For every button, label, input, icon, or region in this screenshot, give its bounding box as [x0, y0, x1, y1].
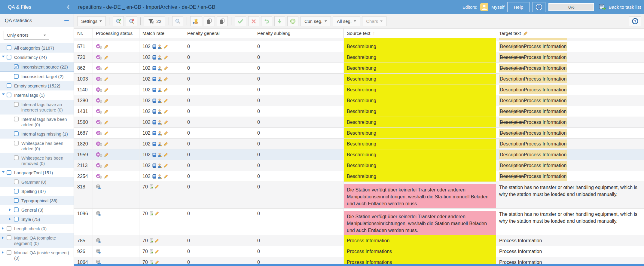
- target-text-cell[interactable]: Process Information: [496, 235, 644, 246]
- zoom-in-button[interactable]: [113, 16, 124, 26]
- source-text-cell[interactable]: Beschreibung: [344, 128, 496, 138]
- source-text-cell[interactable]: Beschreibung: [344, 160, 496, 171]
- table-row[interactable]: 10647000Prozess InformationsProcess Info…: [74, 257, 644, 264]
- checkbox[interactable]: [7, 93, 11, 97]
- column-header-penalty-general[interactable]: Penalty general: [184, 29, 254, 38]
- checkbox[interactable]: [14, 179, 19, 184]
- cur-seg-dropdown[interactable]: Cur. seg.: [301, 16, 331, 26]
- zoom-out-button[interactable]: [126, 16, 137, 26]
- tree-item[interactable]: Spelling (37): [0, 187, 74, 196]
- triangle-expanded-icon[interactable]: [2, 171, 7, 173]
- tree-item[interactable]: Whitespace has been removed (0): [0, 153, 74, 168]
- checkbox[interactable]: [7, 250, 11, 255]
- tree-item[interactable]: General (3): [0, 205, 74, 215]
- target-text-cell[interactable]: DescriptionProcess Information: [496, 149, 644, 160]
- table-row[interactable]: 9267000Process InformationsProcess Infor…: [74, 246, 644, 257]
- source-text-cell[interactable]: Beschreibung: [344, 139, 496, 149]
- source-text-cell[interactable]: Process Information: [344, 235, 496, 246]
- source-text-cell[interactable]: Beschreibung: [344, 38, 496, 41]
- target-text-cell[interactable]: Process Information: [496, 257, 644, 264]
- table-row[interactable]: 72010200BeschreibungDescriptionProcess I…: [74, 52, 644, 63]
- tree-item[interactable]: Grammar (0): [0, 177, 74, 187]
- source-text-cell[interactable]: Prozess Informations: [344, 257, 496, 264]
- checkbox[interactable]: [7, 235, 11, 240]
- target-text-cell[interactable]: DescriptionProcess Information: [496, 41, 644, 52]
- table-row[interactable]: 211310200BeschreibungDescriptionProcess …: [74, 160, 644, 171]
- collapse-panel-icon[interactable]: [67, 5, 70, 9]
- add-button[interactable]: [287, 16, 298, 26]
- column-header-processing-status[interactable]: Processing status: [93, 29, 139, 38]
- column-header-nr[interactable]: Nr.: [74, 29, 93, 38]
- back-to-task-list-button[interactable]: Back to task list: [597, 4, 641, 10]
- source-text-cell[interactable]: Die Station verfügt über keinerlei Trans…: [344, 209, 496, 235]
- reject-button[interactable]: [248, 16, 259, 26]
- source-text-cell[interactable]: Beschreibung: [344, 149, 496, 160]
- target-text-cell[interactable]: DescriptionProcess Information: [496, 171, 644, 182]
- triangle-collapsed-icon[interactable]: [9, 218, 14, 221]
- filter-button[interactable]: 22: [144, 16, 165, 26]
- tree-item[interactable]: Internal tags have an incorrect structur…: [0, 100, 74, 115]
- target-text-cell[interactable]: DescriptionProcess Information: [496, 74, 644, 84]
- table-row[interactable]: 57110200BeschreibungDescriptionProcess I…: [74, 41, 644, 52]
- chars-dropdown[interactable]: Chars: [362, 16, 386, 26]
- checkbox-checked[interactable]: [14, 64, 19, 69]
- triangle-collapsed-icon[interactable]: [9, 208, 14, 211]
- tree-item[interactable]: Consistency (24): [0, 53, 74, 62]
- source-text-cell[interactable]: Beschreibung: [344, 84, 496, 95]
- table-row[interactable]: 195910200BeschreibungDescriptionProcess …: [74, 149, 644, 160]
- target-text-cell[interactable]: DescriptionProcess Information: [496, 106, 644, 117]
- source-text-cell[interactable]: Beschreibung: [344, 95, 496, 106]
- target-text-cell[interactable]: DescriptionProcess Information: [496, 117, 644, 127]
- source-text-cell[interactable]: Beschreibung: [344, 74, 496, 84]
- table-row[interactable]: 44010200BeschreibungDescriptionProcess I…: [74, 38, 644, 41]
- target-text-cell[interactable]: The station has no transfer or other han…: [496, 209, 644, 235]
- table-row[interactable]: 7857000Process InformationProcess Inform…: [74, 235, 644, 246]
- target-text-cell[interactable]: DescriptionProcess Information: [496, 84, 644, 95]
- all-seg-dropdown[interactable]: All seg.: [333, 16, 360, 26]
- help-circle-button[interactable]: ?: [629, 16, 641, 26]
- table-row[interactable]: 143110200BeschreibungDescriptionProcess …: [74, 106, 644, 117]
- source-text-cell[interactable]: Beschreibung: [344, 63, 496, 73]
- triangle-collapsed-icon[interactable]: [2, 227, 7, 230]
- tree-item[interactable]: Internal tags (1): [0, 90, 74, 100]
- source-text-cell[interactable]: Beschreibung: [344, 41, 496, 52]
- tree-item[interactable]: LanguageTool (151): [0, 168, 74, 177]
- source-text-cell[interactable]: Die Station verfügt über keinerlei Trans…: [344, 182, 496, 208]
- tree-item[interactable]: Manual QA (complete segment) (0): [0, 233, 74, 248]
- checkbox[interactable]: [14, 141, 19, 145]
- settings-button[interactable]: Settings: [77, 16, 106, 26]
- checkbox[interactable]: [7, 226, 11, 231]
- checkbox[interactable]: [7, 83, 11, 88]
- target-text-cell[interactable]: DescriptionProcess Information: [496, 52, 644, 63]
- target-text-cell[interactable]: DescriptionProcess Information: [496, 95, 644, 106]
- confirm-button[interactable]: [235, 16, 246, 26]
- copy-all-button[interactable]: [217, 16, 228, 26]
- tree-item[interactable]: Internal tags have been added (0): [0, 115, 74, 129]
- target-text-cell[interactable]: DescriptionProcess Information: [496, 63, 644, 73]
- checkbox[interactable]: [14, 189, 19, 194]
- checkbox[interactable]: [14, 207, 19, 212]
- checkbox[interactable]: [7, 45, 11, 50]
- tree-item[interactable]: All categories (2187): [0, 43, 74, 53]
- table-row[interactable]: 225410200BeschreibungDescriptionProcess …: [74, 171, 644, 182]
- tree-item[interactable]: Typographical (36): [0, 196, 74, 205]
- target-text-cell[interactable]: DescriptionProcess Information: [496, 38, 644, 41]
- undo-button[interactable]: [261, 16, 272, 26]
- checkbox[interactable]: [14, 217, 19, 222]
- checkbox[interactable]: [14, 155, 19, 160]
- tree-item[interactable]: Manual QA (inside segment) (0): [0, 248, 74, 263]
- tree-item[interactable]: Style (75): [0, 215, 74, 224]
- collapse-section-icon[interactable]: [64, 20, 69, 21]
- tree-item[interactable]: Empty segments (1522): [0, 81, 74, 90]
- table-row[interactable]: 182010200BeschreibungDescriptionProcess …: [74, 139, 644, 149]
- checkbox[interactable]: [14, 102, 19, 107]
- hand-star-button[interactable]: [190, 16, 202, 26]
- table-row[interactable]: 10967000Die Station verfügt über keinerl…: [74, 209, 644, 235]
- tree-item[interactable]: Inconsistent source (22): [0, 62, 74, 72]
- table-row[interactable]: 86210200BeschreibungDescriptionProcess I…: [74, 63, 644, 74]
- table-row[interactable]: 114010200BeschreibungDescriptionProcess …: [74, 84, 644, 95]
- column-header-match-rate[interactable]: Match rate: [139, 29, 184, 38]
- target-text-cell[interactable]: Process Information: [496, 246, 644, 257]
- target-text-cell[interactable]: DescriptionProcess Information: [496, 160, 644, 171]
- source-text-cell[interactable]: Beschreibung: [344, 117, 496, 127]
